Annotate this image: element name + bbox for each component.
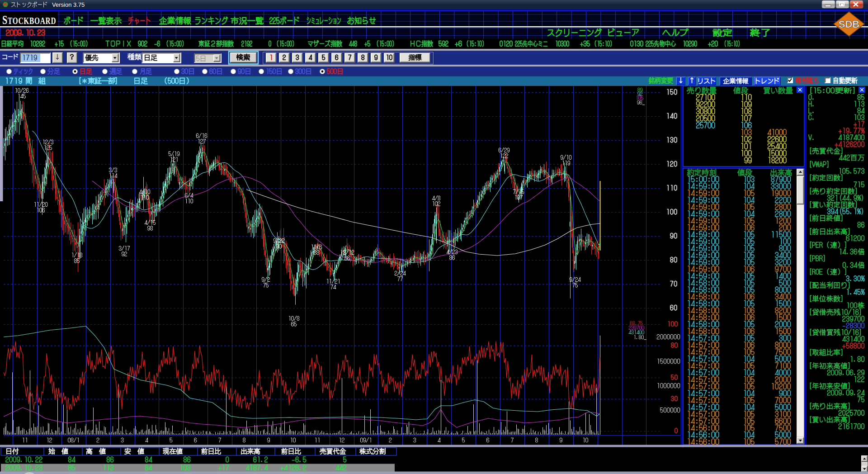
- svg-text:SDB: SDB: [839, 19, 859, 30]
- svg-text:Version 3.75: Version 3.75: [52, 1, 85, 8]
